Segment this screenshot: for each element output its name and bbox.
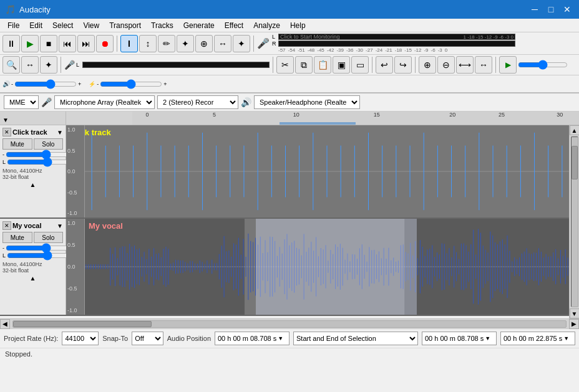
menu-generate[interactable]: Generate bbox=[178, 20, 220, 31]
vocal-track-solo[interactable]: Solo bbox=[34, 232, 64, 243]
zoom-in-tool[interactable]: ⊕ bbox=[195, 35, 213, 52]
vu-db-right: 1 -18 -15 -12 -9 -6 -3 0 bbox=[464, 34, 513, 40]
bottom-controls-row: Project Rate (Hz): 44100 Snap-To Off Aud… bbox=[0, 329, 579, 348]
separator-1 bbox=[117, 36, 117, 52]
selection-format-select[interactable]: Start and End of Selection bbox=[293, 332, 418, 345]
selection-tool[interactable]: I bbox=[120, 35, 138, 52]
menu-select[interactable]: Select bbox=[47, 20, 78, 31]
maximize-button[interactable]: □ bbox=[544, 2, 558, 16]
click-track-solo[interactable]: Solo bbox=[34, 138, 64, 150]
menu-effect[interactable]: Effect bbox=[220, 20, 248, 31]
window-controls: ─ □ ✕ bbox=[528, 2, 574, 16]
input-device-select[interactable]: Microphone Array (Realtek bbox=[54, 95, 155, 109]
click-track-mute[interactable]: Mute bbox=[2, 138, 32, 150]
audio-position-value: 00 h 00 m 08.708 s bbox=[218, 335, 276, 342]
play-button[interactable]: ▶ bbox=[21, 35, 39, 52]
menu-help[interactable]: Help bbox=[285, 20, 311, 31]
vocal-vol-minus: - bbox=[2, 245, 4, 251]
vocal-track-name: My vocal bbox=[12, 222, 56, 229]
app-icon: 🎵 bbox=[5, 4, 16, 14]
hscroll-right[interactable]: ▶ bbox=[569, 319, 579, 329]
menu-tracks[interactable]: Tracks bbox=[146, 20, 178, 31]
speed-slider[interactable] bbox=[518, 62, 568, 68]
zoom-fit-button[interactable]: ⟷ bbox=[456, 56, 474, 74]
vu-row2-l: L bbox=[76, 62, 270, 68]
vocal-track-mute-solo: Mute Solo bbox=[2, 232, 63, 243]
vocal-track-collapse[interactable]: ▲ bbox=[2, 275, 63, 282]
vu-start-monitoring: Click to Start Monitoring bbox=[280, 34, 340, 40]
zoom-sel-in[interactable]: 🔍 bbox=[2, 56, 20, 74]
pencil-tool[interactable]: ✏ bbox=[158, 35, 175, 52]
hscroll-thumb[interactable] bbox=[13, 321, 152, 327]
copy-button[interactable]: ⧉ bbox=[295, 56, 313, 74]
project-rate-select[interactable]: 44100 bbox=[62, 332, 99, 345]
vocal-track-close[interactable]: ✕ bbox=[2, 221, 11, 230]
snap-to-select[interactable]: Off bbox=[132, 332, 163, 345]
stop-button[interactable]: ■ bbox=[40, 35, 57, 52]
vocal-track-controls: ✕ My vocal ▼ Mute Solo - + L R bbox=[0, 219, 66, 315]
vu-record-bar[interactable]: Click to Start Monitoring 1 -18 -15 -12 … bbox=[278, 34, 515, 40]
menu-edit[interactable]: Edit bbox=[24, 20, 47, 31]
pause-button[interactable]: ⏸ bbox=[2, 35, 20, 52]
paste-button[interactable]: 📋 bbox=[314, 56, 331, 74]
minimize-button[interactable]: ─ bbox=[528, 2, 542, 16]
menu-transport[interactable]: Transport bbox=[104, 20, 146, 31]
menu-file[interactable]: File bbox=[2, 20, 24, 31]
host-select[interactable]: MME bbox=[4, 95, 39, 109]
vol-min: - bbox=[11, 81, 13, 87]
volume-slider[interactable] bbox=[14, 81, 77, 87]
bottom-bar: Project Rate (Hz): 44100 Snap-To Off Aud… bbox=[0, 328, 579, 360]
close-button[interactable]: ✕ bbox=[560, 2, 574, 16]
channels-select[interactable]: 2 (Stereo) Recor bbox=[157, 95, 238, 109]
multi-tool[interactable]: ✦ bbox=[233, 35, 250, 52]
status-text: Stopped. bbox=[5, 350, 32, 358]
zoom-out-button[interactable]: ⊖ bbox=[437, 56, 455, 74]
selection-start-value: 00 h 00 m 08.708 s bbox=[425, 335, 484, 342]
vocal-pan-l: L bbox=[2, 252, 6, 259]
sep7 bbox=[495, 57, 496, 73]
vu-playback-bar bbox=[278, 41, 515, 47]
skip-start-button[interactable]: ⏮ bbox=[59, 35, 76, 52]
cut-button[interactable]: ✂ bbox=[276, 56, 294, 74]
click-track-dropdown[interactable]: ▼ bbox=[57, 129, 63, 136]
audio-position-label: Audio Position bbox=[167, 335, 211, 342]
hscroll-left[interactable]: ◀ bbox=[0, 319, 10, 329]
vscroll-down[interactable]: ▼ bbox=[570, 308, 580, 318]
zoom-in-button[interactable]: ⊕ bbox=[419, 56, 436, 74]
ruler-15: 15 bbox=[374, 112, 380, 118]
menu-view[interactable]: View bbox=[78, 20, 104, 31]
output-device-select[interactable]: Speaker/Headphone (Realte bbox=[254, 95, 360, 109]
track-area: ✕ Click track ▼ Mute Solo - + L R bbox=[0, 125, 579, 318]
trim-button[interactable]: ▣ bbox=[333, 56, 350, 74]
horizontal-scrollbar: ◀ ▶ bbox=[0, 318, 579, 328]
zoom-left-right[interactable]: ↔ bbox=[21, 56, 39, 74]
click-track-header: ✕ Click track ▼ bbox=[2, 128, 63, 136]
zoom-out-tool[interactable]: ↔ bbox=[214, 35, 231, 52]
redo-button[interactable]: ↪ bbox=[394, 56, 412, 74]
silence-button[interactable]: ▭ bbox=[351, 56, 369, 74]
envelope-tool[interactable]: ↕ bbox=[139, 35, 157, 52]
zoom-select-tool[interactable]: ✦ bbox=[177, 35, 194, 52]
menu-analyze[interactable]: Analyze bbox=[248, 20, 285, 31]
click-track: ✕ Click track ▼ Mute Solo - + L R bbox=[0, 125, 569, 219]
playback-speed-slider[interactable] bbox=[100, 81, 162, 87]
vscroll-up[interactable]: ▲ bbox=[570, 125, 580, 135]
vol-max: + bbox=[78, 81, 81, 87]
play-green-button[interactable]: ▶ bbox=[499, 56, 517, 74]
click-track-info: Mono, 44100Hz32-bit float bbox=[2, 168, 63, 180]
vscroll-thumb[interactable] bbox=[572, 146, 578, 179]
y-label-n10: -1.0 bbox=[67, 210, 83, 216]
record-button[interactable]: ⏺ bbox=[96, 35, 114, 52]
zoom-sel-button[interactable]: ↔ bbox=[475, 56, 492, 74]
ruler-5: 5 bbox=[213, 112, 216, 118]
vocal-track-mute[interactable]: Mute bbox=[2, 232, 32, 243]
click-track-collapse[interactable]: ▲ bbox=[2, 181, 63, 188]
zoom-sel-fit[interactable]: ✦ bbox=[40, 56, 57, 74]
vocal-track-dropdown[interactable]: ▼ bbox=[57, 222, 63, 229]
sep4 bbox=[273, 57, 273, 73]
click-track-close[interactable]: ✕ bbox=[2, 128, 11, 136]
selection-end-value: 00 h 00 m 22.875 s bbox=[504, 335, 562, 342]
undo-button[interactable]: ↩ bbox=[376, 56, 393, 74]
skip-end-button[interactable]: ⏭ bbox=[77, 35, 95, 52]
toolbar-row-3: 🔊 - + ⚡ - + bbox=[0, 75, 579, 93]
